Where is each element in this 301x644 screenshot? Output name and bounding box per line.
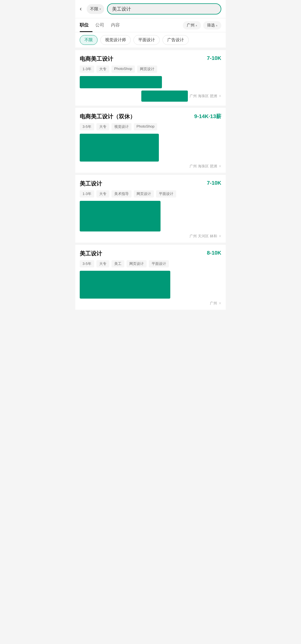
job-salary-4: 8-10K: [207, 250, 221, 256]
job-location-3: 广州 天河区 林和: [190, 234, 217, 239]
screen-filter-label: 筛选: [207, 23, 215, 28]
tag-exp: 1-3年: [80, 190, 94, 197]
tag-exp: 3-5年: [80, 123, 94, 130]
company-logo-4: [80, 271, 170, 299]
tag-skill1: PhotoShop: [111, 65, 135, 73]
job-header-3: 美工设计 7-10K: [80, 180, 221, 187]
job-salary-3: 7-10K: [207, 180, 221, 186]
job-card-3[interactable]: 美工设计 7-10K 1-3年 大专 美术指导 网页设计 平面设计 广州 天河区…: [75, 175, 226, 243]
search-input[interactable]: [107, 3, 221, 14]
tag-skill3: 平面设计: [149, 260, 169, 267]
category-ad[interactable]: 广告设计: [162, 35, 189, 45]
job-location-2: 广州 海珠区 琶洲: [190, 164, 217, 169]
job-footer-4: 广州 ×: [80, 301, 221, 306]
tag-skill2: PhotoShop: [134, 123, 157, 130]
job-header-2: 电商美工设计（双休） 9-14K·13薪: [80, 113, 221, 120]
tag-edu: 大专: [96, 260, 109, 267]
tag-skill2: 网页设计: [137, 65, 157, 73]
city-filter-button[interactable]: 广州 ▴: [183, 21, 201, 30]
job-salary-2: 9-14K·13薪: [194, 113, 221, 120]
screen-arrow-icon: ▴: [216, 24, 217, 27]
tab-company[interactable]: 公司: [95, 18, 108, 32]
job-location-1: 广州 海珠区 琶洲: [190, 94, 217, 99]
location-selector[interactable]: 不限 ▾: [87, 4, 104, 14]
dismiss-button-2[interactable]: ×: [219, 164, 221, 169]
job-tags-1: 1-3年 大专 PhotoShop 网页设计: [80, 65, 221, 73]
company-logo-3: [80, 201, 161, 231]
job-card-4[interactable]: 美工设计 8-10K 3-5年 大专 美工 网页设计 平面设计 广州 ×: [75, 245, 226, 310]
back-button[interactable]: ‹: [80, 4, 84, 14]
dismiss-button-3[interactable]: ×: [219, 234, 221, 239]
tag-edu: 大专: [96, 65, 109, 73]
company-logo-2: [80, 134, 159, 162]
category-visual[interactable]: 视觉设计师: [100, 35, 131, 45]
job-tags-2: 3-5年 大专 视觉设计 PhotoShop: [80, 123, 221, 130]
job-footer-1: 广州 海珠区 琶洲 ×: [80, 91, 221, 102]
tag-skill2: 网页设计: [127, 260, 147, 267]
tab-content[interactable]: 内容: [111, 18, 124, 32]
job-title-3: 美工设计: [80, 180, 102, 187]
dismiss-button-4[interactable]: ×: [219, 301, 221, 306]
job-title-2: 电商美工设计（双休）: [80, 113, 135, 120]
job-title-4: 美工设计: [80, 250, 102, 257]
tabs-right-filters: 广州 ▴ 筛选 ▴: [183, 21, 221, 30]
job-header-1: 电商美工设计 7-10K: [80, 55, 221, 63]
tag-skill1: 视觉设计: [111, 123, 132, 130]
job-location-4: 广州: [210, 301, 217, 306]
job-list: 电商美工设计 7-10K 1-3年 大专 PhotoShop 网页设计 广州 海…: [75, 48, 226, 314]
tag-skill1: 美工: [111, 260, 124, 267]
city-arrow-icon: ▴: [196, 24, 197, 27]
location-label: 不限: [90, 6, 98, 12]
company-name-block-1: [141, 91, 188, 102]
tag-skill2: 网页设计: [134, 190, 154, 197]
job-tags-4: 3-5年 大专 美工 网页设计 平面设计: [80, 260, 221, 267]
tag-skill3: 平面设计: [156, 190, 176, 197]
screen-filter-button[interactable]: 筛选 ▴: [203, 21, 221, 30]
job-header-4: 美工设计 8-10K: [80, 250, 221, 257]
location-arrow-icon: ▾: [99, 8, 101, 11]
city-filter-label: 广州: [187, 23, 195, 28]
job-footer-2: 广州 海珠区 琶洲 ×: [80, 164, 221, 169]
job-salary-1: 7-10K: [207, 55, 221, 61]
dismiss-button-1[interactable]: ×: [219, 94, 221, 99]
category-graphic[interactable]: 平面设计: [133, 35, 160, 45]
tag-exp: 3-5年: [80, 260, 94, 267]
tag-edu: 大专: [96, 190, 109, 197]
job-card-1[interactable]: 电商美工设计 7-10K 1-3年 大专 PhotoShop 网页设计 广州 海…: [75, 50, 226, 106]
job-title-1: 电商美工设计: [80, 55, 113, 63]
job-card-2[interactable]: 电商美工设计（双休） 9-14K·13薪 3-5年 大专 视觉设计 PhotoS…: [75, 108, 226, 173]
company-logo-1: [80, 76, 162, 88]
job-tags-3: 1-3年 大专 美术指导 网页设计 平面设计: [80, 190, 221, 197]
tag-exp: 1-3年: [80, 65, 94, 73]
tag-skill1: 美术指导: [111, 190, 132, 197]
tab-position[interactable]: 职位: [80, 18, 93, 32]
category-all[interactable]: 不限: [80, 35, 98, 45]
tabs-bar: 职位 公司 内容 广州 ▴ 筛选 ▴: [75, 18, 226, 32]
header: ‹ 不限 ▾: [75, 0, 226, 18]
category-bar: 不限 视觉设计师 平面设计 广告设计: [75, 32, 226, 48]
job-footer-3: 广州 天河区 林和 ×: [80, 234, 221, 239]
tag-edu: 大专: [96, 123, 109, 130]
